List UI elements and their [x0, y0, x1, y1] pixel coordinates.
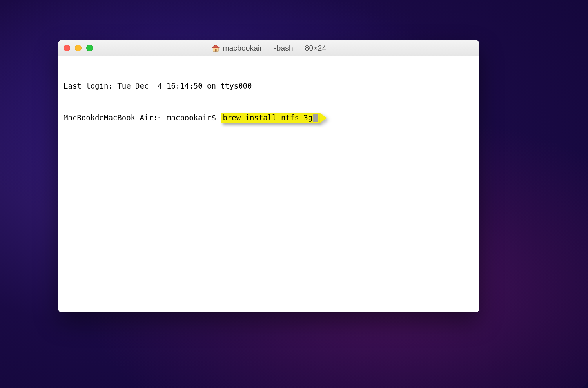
zoom-button[interactable] — [86, 45, 93, 51]
traffic-lights — [64, 45, 93, 51]
command-text: brew install ntfs-3g — [223, 112, 312, 123]
terminal-body[interactable]: Last login: Tue Dec 4 16:14:50 on ttys00… — [58, 56, 479, 312]
minimize-button[interactable] — [75, 45, 82, 51]
window-title-text: macbookair — -bash — 80×24 — [223, 44, 326, 53]
shell-prompt: MacBookdeMacBook-Air:~ macbookair$ — [64, 112, 220, 123]
prompt-line: MacBookdeMacBook-Air:~ macbookair$ brew … — [64, 112, 474, 123]
window-title: macbookair — -bash — 80×24 — [211, 44, 326, 53]
command-highlight: brew install ntfs-3g — [221, 113, 320, 123]
titlebar[interactable]: macbookair — -bash — 80×24 — [58, 40, 479, 56]
close-button[interactable] — [64, 45, 70, 51]
last-login-line: Last login: Tue Dec 4 16:14:50 on ttys00… — [64, 81, 474, 91]
cursor — [313, 114, 318, 122]
svg-rect-0 — [215, 49, 216, 51]
terminal-window: macbookair — -bash — 80×24 Last login: T… — [58, 40, 479, 312]
home-icon — [211, 44, 220, 52]
